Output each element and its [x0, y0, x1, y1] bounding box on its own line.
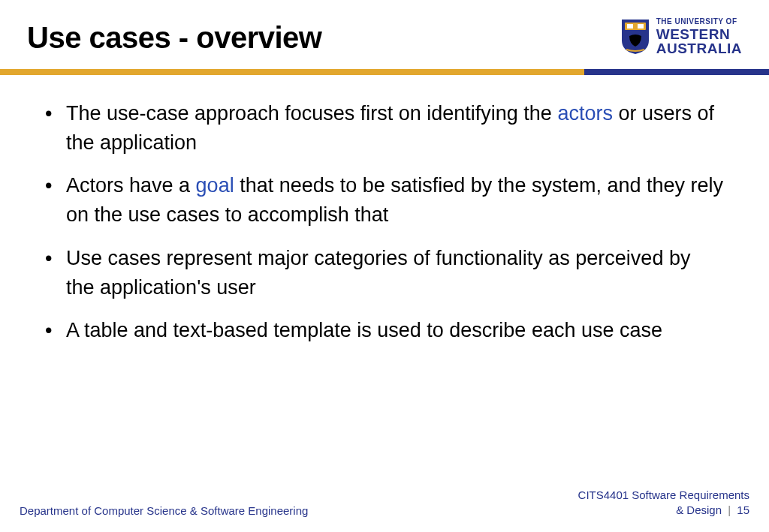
- divider-bar: [0, 69, 769, 75]
- slide-footer: Department of Computer Science & Softwar…: [0, 488, 769, 517]
- footer-course-line2: & Design | 15: [578, 503, 749, 518]
- list-item: Actors have a goal that needs to be sati…: [42, 171, 724, 230]
- logo-text: THE UNIVERSITY OF WESTERN AUSTRALIA: [656, 18, 742, 56]
- bar-gold: [0, 69, 584, 75]
- list-item: A table and text-based template is used …: [42, 316, 724, 345]
- svg-rect-1: [627, 24, 633, 29]
- footer-course: CITS4401 Software Requirements & Design …: [578, 488, 749, 517]
- bullet-text-pre: The use-case approach focuses first on i…: [66, 102, 557, 125]
- bullet-list: The use-case approach focuses first on i…: [42, 99, 724, 345]
- bullet-text-pre: Actors have a: [66, 174, 196, 197]
- footer-department: Department of Computer Science & Softwar…: [20, 504, 308, 517]
- bar-blue: [584, 69, 769, 75]
- footer-course-line1: CITS4401 Software Requirements: [578, 488, 749, 503]
- list-item: Use cases represent major categories of …: [42, 244, 724, 302]
- bullet-text-pre: Use cases represent major categories of …: [66, 247, 690, 299]
- slide-title: Use cases - overview: [27, 21, 321, 55]
- list-item: The use-case approach focuses first on i…: [42, 99, 724, 158]
- svg-rect-2: [638, 24, 644, 29]
- slide-content: The use-case approach focuses first on i…: [0, 75, 769, 345]
- logo-top-line: THE UNIVERSITY OF: [656, 18, 742, 26]
- logo-line-western: WESTERN: [656, 27, 742, 41]
- logo-line-australia: AUSTRALIA: [656, 41, 742, 56]
- university-logo: THE UNIVERSITY OF WESTERN AUSTRALIA: [620, 18, 742, 56]
- footer-design-label: & Design: [676, 503, 722, 516]
- bullet-text-pre: A table and text-based template is used …: [66, 319, 662, 341]
- page-number: 15: [737, 503, 749, 516]
- crest-icon: [620, 18, 650, 56]
- highlight-term: actors: [557, 102, 613, 125]
- highlight-term: goal: [196, 174, 234, 197]
- footer-separator: |: [728, 503, 731, 516]
